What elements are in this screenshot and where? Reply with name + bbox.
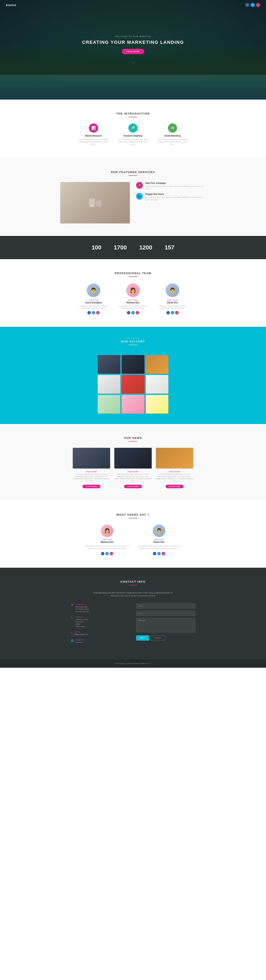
- team-cards: 👨 JOB TITLE Jason Donoghue Lorem ipsum d…: [4, 283, 262, 314]
- team-card-1: 👩 JOB TITLE Mariama Noe Lorem ipsum dolo…: [116, 283, 150, 314]
- intro-cards: 📊 Market Research Lorem ipsum dolor sit …: [4, 124, 262, 146]
- email-marketing-desc: Lorem ipsum dolor sit amet, consectetur …: [156, 138, 189, 146]
- stats-section: 100 1700 1200 157: [0, 236, 266, 259]
- gallery-grid: [98, 355, 168, 414]
- contact-section: CONTACT INFO Nulla pellentesque nec diam…: [0, 568, 266, 659]
- news-btn-2[interactable]: LEARN MORE: [166, 485, 183, 488]
- testi-tw-1[interactable]: t: [157, 552, 161, 555]
- team-tw-1[interactable]: t: [131, 311, 135, 314]
- testi-ig-1[interactable]: in: [162, 552, 165, 555]
- testi-tw-0[interactable]: t: [105, 552, 109, 555]
- testimonials-section: WHAT USERS SAY ? 👩 JOB TITLE Mariama Noe…: [0, 501, 266, 568]
- gallery-item-6[interactable]: [98, 395, 120, 414]
- news-title: OUR NEWS: [4, 436, 262, 439]
- stat-number-0: 100: [91, 244, 101, 251]
- news-category-2: integer porttitor: [156, 471, 193, 473]
- team-social-1: f t in: [116, 311, 150, 314]
- testimonials-divider: [129, 518, 137, 518]
- contact-desc: Nulla pellentesque nec diam sed eleifend…: [91, 592, 175, 597]
- stat-item-3: 157: [165, 244, 175, 251]
- gallery-title: OUR GALLERY: [4, 340, 262, 343]
- team-name-2: Daniel Dire: [156, 301, 189, 304]
- market-research-desc: Lorem ipsum dolor sit amet, consectetur …: [77, 138, 110, 146]
- email-group: [136, 611, 195, 616]
- testi-fb-0[interactable]: f: [101, 552, 104, 555]
- news-btn-1[interactable]: LEARN MORE: [124, 485, 142, 488]
- news-cards: integer porttitor Lorem pellentesque lor…: [4, 448, 262, 488]
- testimonials-title: WHAT USERS SAY ?: [4, 513, 262, 516]
- testimonials-cards: 👩 JOB TITLE Mariama Noe Ullamcorper sit …: [4, 525, 262, 555]
- team-ig-1[interactable]: in: [136, 311, 139, 314]
- website-label: WEBSITE: [75, 639, 84, 641]
- testi-ig-0[interactable]: in: [110, 552, 113, 555]
- footer-link[interactable]: 8KTH: [148, 663, 152, 664]
- message-group: [136, 618, 195, 633]
- email-content: EMAIL info@example.com: [74, 631, 88, 636]
- testi-role-1: JOB TITLE: [136, 539, 182, 541]
- testi-text-1: Ullamcorper sit lorem ipsum dolor sit am…: [136, 545, 182, 550]
- gallery-item-8[interactable]: [146, 395, 168, 414]
- send-button[interactable]: SEND: [136, 635, 149, 641]
- reset-button[interactable]: RESET: [151, 635, 165, 641]
- contact-title: CONTACT INFO: [4, 580, 262, 583]
- team-social-0: f t in: [77, 311, 110, 314]
- phone-line-0: Telephone number: [75, 618, 88, 620]
- team-fb-1[interactable]: f: [127, 311, 130, 314]
- gallery-item-3[interactable]: [98, 375, 120, 394]
- testi-fb-1[interactable]: f: [153, 552, 156, 555]
- news-card-1: integer porttitor Nulla pellentesque lor…: [114, 448, 152, 488]
- testi-social-1: f t in: [136, 552, 182, 555]
- gallery-item-4[interactable]: [122, 375, 144, 394]
- testi-social-0: f t in: [84, 552, 130, 555]
- twitter-icon[interactable]: t: [251, 3, 255, 7]
- address-line-2: New York City USA: [75, 611, 89, 613]
- gallery-item-5[interactable]: [146, 375, 168, 394]
- team-desc-0: Lorem ipsum dolor sit amet, consectetur …: [77, 305, 110, 309]
- address-line-1: 1 7 7 Service Place: [75, 608, 89, 610]
- gallery-item-1[interactable]: [122, 355, 144, 374]
- team-ig-2[interactable]: in: [175, 311, 178, 314]
- news-btn-0[interactable]: LEARN MORE: [82, 485, 100, 488]
- team-card-0: 👨 JOB TITLE Jason Donoghue Lorem ipsum d…: [77, 283, 110, 314]
- team-ig-0[interactable]: in: [96, 311, 99, 314]
- team-tw-0[interactable]: t: [92, 311, 95, 314]
- gallery-item-2[interactable]: [146, 355, 168, 374]
- gallery-item-0[interactable]: [98, 355, 120, 374]
- hero-read-more-button[interactable]: READ MORE: [122, 49, 144, 54]
- message-input[interactable]: [136, 618, 195, 632]
- email-input[interactable]: [136, 611, 195, 616]
- engage-icon: 👥: [136, 193, 143, 200]
- news-category-1: integer porttitor: [114, 471, 152, 473]
- facebook-icon[interactable]: f: [245, 3, 249, 7]
- news-divider: [129, 441, 137, 442]
- team-fb-2[interactable]: f: [167, 311, 170, 314]
- svg-point-2: [91, 205, 93, 207]
- featured-items: 🚀 Start Your Campaign Lorem an lorem ips…: [136, 182, 206, 201]
- team-social-2: f t in: [156, 311, 189, 314]
- instagram-icon[interactable]: in: [256, 3, 260, 7]
- address-icon: 📍: [71, 604, 74, 607]
- contact-email: ✉ EMAIL info@example.com: [71, 631, 130, 636]
- testi-avatar-0: 👩: [101, 525, 113, 537]
- contact-info: 📍 ADDRESS Palms Way 1980 1 7 7 Service P…: [71, 603, 130, 647]
- team-desc-2: Lorem ipsum dolor sit amet, consectetur …: [156, 305, 189, 309]
- intro-section: THE INTRODUCTION 📊 Market Research Lorem…: [0, 100, 266, 158]
- hero-content: WELCOME TO OUR WEBSITE CREATING YOUR MAR…: [82, 35, 184, 64]
- contact-website: 🌐 WEBSITE yoursite.co: [71, 639, 130, 643]
- team-fb-0[interactable]: f: [88, 311, 91, 314]
- engage-title: Engage New Users: [145, 193, 206, 195]
- email-label: EMAIL: [74, 631, 88, 633]
- testi-name-1: Daniel Dire: [136, 541, 182, 543]
- gallery-divider: [129, 345, 137, 345]
- brand: Stalled: [6, 3, 16, 6]
- team-avatar-1: 👩: [126, 283, 140, 298]
- team-tw-2[interactable]: t: [171, 311, 174, 314]
- testi-text-0: Ullamcorper sit lorem ipsum dolor sit am…: [84, 545, 130, 550]
- market-research-title: Market Research: [77, 135, 110, 137]
- stat-number-2: 1200: [139, 244, 152, 251]
- website-icon: 🌐: [71, 639, 74, 642]
- gallery-item-7[interactable]: [122, 395, 144, 414]
- intro-divider: [129, 117, 137, 117]
- name-input[interactable]: [136, 603, 195, 609]
- website-content: WEBSITE yoursite.co: [75, 639, 84, 643]
